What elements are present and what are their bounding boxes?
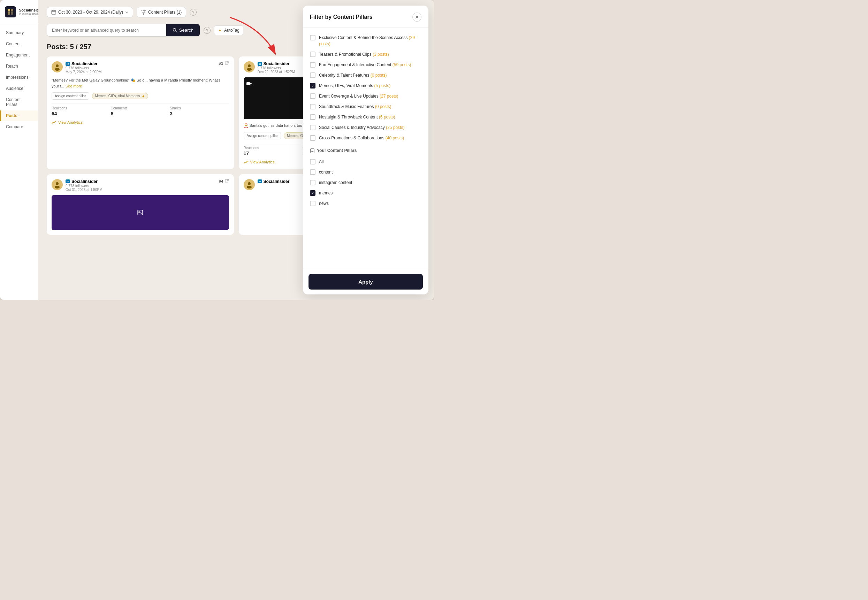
post-header-1: in Socialinsider 9,778 followers May 7, …: [52, 61, 229, 74]
content-pillars-button[interactable]: Content Pillars (1): [137, 7, 186, 17]
sidebar-item-engagement[interactable]: Engagement: [0, 50, 38, 60]
filter-checkbox-6[interactable]: [310, 104, 316, 109]
shares-stat-1: Shares 3: [170, 106, 229, 117]
svg-point-5: [142, 10, 143, 11]
assign-pillar-button-1[interactable]: Assign content pillar: [52, 92, 89, 100]
filter-item-0[interactable]: Exclusive Content & Behind-the-Scenes Ac…: [310, 32, 422, 49]
analytics-icon-1: [52, 120, 56, 125]
filter-close-button[interactable]: ✕: [413, 12, 422, 21]
date-picker-button[interactable]: Oct 30, 2023 - Oct 29, 2024 (Daily): [47, 7, 133, 17]
sidebar-item-compare[interactable]: Compare: [0, 121, 38, 132]
see-more-1[interactable]: See more: [65, 84, 82, 88]
your-pillar-checkbox-0[interactable]: [310, 159, 316, 164]
your-pillar-item-0[interactable]: All: [310, 156, 422, 167]
view-analytics-1[interactable]: View Analytics: [52, 120, 229, 125]
filter-checkbox-8[interactable]: [310, 125, 316, 130]
search-button[interactable]: Search: [166, 24, 200, 36]
filter-checkbox-2[interactable]: [310, 62, 316, 68]
shares-label-1: Shares: [170, 106, 229, 110]
filter-item-label-0: Exclusive Content & Behind-the-Scenes Ac…: [319, 35, 422, 47]
filter-checkbox-4[interactable]: [310, 83, 316, 88]
linkedin-icon-2: in: [258, 62, 262, 66]
your-pillar-checkbox-3[interactable]: [310, 190, 316, 196]
sidebar-item-summary[interactable]: Summary: [0, 27, 38, 38]
external-link-icon-1[interactable]: [225, 61, 229, 65]
filter-checkbox-5[interactable]: [310, 93, 316, 99]
svg-rect-1: [11, 9, 13, 12]
reactions-label-2: Reactions: [244, 146, 303, 150]
your-pillar-item-4[interactable]: news: [310, 198, 422, 209]
sidebar-item-posts[interactable]: Posts: [0, 111, 38, 121]
filter-item-2[interactable]: Fan Engagement & Interactive Content (59…: [310, 59, 422, 70]
your-pillar-item-2[interactable]: instagram content: [310, 177, 422, 188]
help-icon[interactable]: ?: [190, 9, 197, 16]
followers-3: 9,778 followers: [65, 184, 216, 188]
sidebar-item-content-pillars[interactable]: Content Pillars: [0, 94, 38, 110]
sidebar-item-impressions[interactable]: Impressions: [0, 72, 38, 83]
post-text-1: "Memes? For the Met Gala? Groundbreaking…: [52, 77, 229, 89]
app-wrapper: Socialinsider in /Socialinsider Summary …: [0, 0, 434, 300]
filter-item-7[interactable]: Nostalgia & Throwback Content (6 posts): [310, 112, 422, 122]
filter-item-label-9: Cross-Promotions & Collaborations (40 po…: [319, 135, 404, 141]
svg-point-9: [56, 64, 59, 67]
search-input-wrapper: Search: [47, 24, 200, 36]
your-pillar-item-1[interactable]: content: [310, 167, 422, 177]
sidebar-nav: Summary Content Engagement Reach Impress…: [0, 23, 38, 136]
svg-rect-3: [11, 12, 13, 15]
post-card-1: in Socialinsider 9,778 followers May 7, …: [47, 56, 234, 169]
reactions-value-1: 64: [52, 111, 111, 117]
filter-item-3[interactable]: Celebrity & Talent Features (0 posts): [310, 70, 422, 80]
your-pillar-checkbox-4[interactable]: [310, 201, 316, 206]
svg-point-19: [55, 186, 60, 188]
filter-header: Filter by Content Pillars ✕: [303, 6, 428, 27]
svg-point-12: [248, 64, 250, 67]
your-pillar-item-3[interactable]: memes: [310, 188, 422, 198]
filter-item-8[interactable]: Social Causes & Industry Advocacy (25 po…: [310, 122, 422, 133]
bookmark-icon: [310, 148, 315, 153]
search-input[interactable]: [47, 24, 166, 36]
autotag-button[interactable]: AutoTag: [214, 26, 243, 35]
your-pillar-checkbox-2[interactable]: [310, 180, 316, 185]
svg-point-22: [139, 211, 140, 212]
reactions-stat-1: Reactions 64: [52, 106, 111, 117]
filter-checkbox-3[interactable]: [310, 73, 316, 78]
filter-item-label-8: Social Causes & Industry Advocacy (25 po…: [319, 124, 404, 131]
filter-item-6[interactable]: Soundtrack & Music Features (0 posts): [310, 102, 422, 112]
shares-value-1: 3: [170, 111, 229, 117]
view-analytics-label-1: View Analytics: [58, 120, 83, 124]
filter-checkbox-1[interactable]: [310, 52, 316, 57]
post-header-3: in Socialinsider 9,778 followers Oct 31,…: [52, 179, 229, 192]
sidebar-item-audience[interactable]: Audience: [0, 83, 38, 94]
account-name-2: Socialinsider: [264, 61, 290, 66]
content-pillars-label: Content Pillars (1): [148, 10, 182, 15]
apply-button[interactable]: Apply: [308, 274, 423, 289]
sidebar-item-content[interactable]: Content: [0, 39, 38, 49]
filter-item-9[interactable]: Cross-Promotions & Collaborations (40 po…: [310, 133, 422, 143]
sidebar-item-reach[interactable]: Reach: [0, 61, 38, 71]
stats-row-1: Reactions 64 Comments 6 Shares 3: [52, 103, 229, 117]
date-1: May 7, 2024 at 2:00PM: [65, 70, 216, 74]
search-help-icon[interactable]: ?: [203, 27, 211, 34]
assign-pillar-button-2[interactable]: Assign content pillar: [244, 132, 281, 139]
reactions-label-1: Reactions: [52, 106, 111, 110]
filter-checkbox-7[interactable]: [310, 114, 316, 120]
filter-item-5[interactable]: Event Coverage & Live Updates (27 posts): [310, 91, 422, 102]
your-pillar-label-0: All: [319, 159, 323, 165]
account-name-3: Socialinsider: [71, 179, 98, 184]
filter-item-1[interactable]: Teasers & Promotional Clips (3 posts): [310, 49, 422, 59]
filter-item-label-1: Teasers & Promotional Clips (3 posts): [319, 51, 389, 58]
search-button-label: Search: [179, 27, 193, 33]
sparkle-icon-1: [141, 94, 145, 98]
filter-checkbox-9[interactable]: [310, 135, 316, 141]
analytics-icon-2: [244, 159, 249, 164]
filter-title: Filter by Content Pillars: [310, 14, 373, 20]
linkedin-icon-1: in: [65, 62, 70, 66]
followers-1: 9,778 followers: [65, 66, 216, 70]
filter-item-4[interactable]: Memes, GIFs, Viral Moments (5 posts): [310, 80, 422, 91]
external-link-icon-3[interactable]: [225, 179, 229, 183]
svg-rect-2: [8, 12, 10, 15]
your-pillar-checkbox-1[interactable]: [310, 169, 316, 175]
svg-point-13: [247, 68, 252, 71]
filter-item-label-2: Fan Engagement & Interactive Content (59…: [319, 62, 411, 68]
filter-checkbox-0[interactable]: [310, 35, 316, 41]
